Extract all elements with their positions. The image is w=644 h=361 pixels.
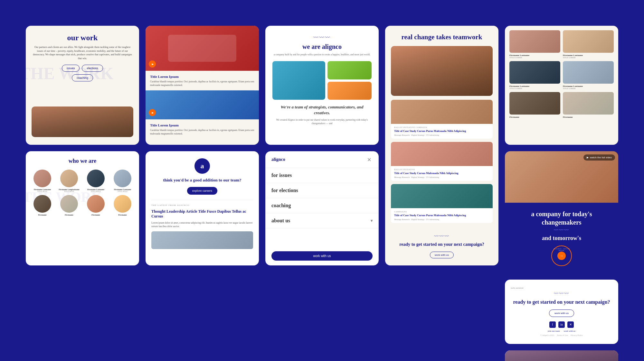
team-name-5: Firstname — [509, 116, 560, 118]
nav-items: for issues for elections coaching about … — [266, 168, 378, 247]
copyright-row: © AlignCo 2023 Terms of Use Privacy Poli… — [540, 334, 583, 336]
team-member-3: Firstname Lastname TITLE LOREM — [509, 61, 560, 89]
watch-video-button[interactable]: ▶ watch the full video — [583, 154, 615, 161]
privacy-link[interactable]: Privacy Policy — [571, 334, 583, 336]
who-photo-4 — [114, 170, 131, 187]
alignco-img-grid — [272, 61, 372, 100]
alignco-title: we are alignco — [302, 43, 342, 51]
nav-item-coaching[interactable]: coaching — [266, 198, 378, 213]
who-member-3: Firstname Lastname title role — [84, 170, 108, 192]
nav-item-about[interactable]: about us ▾ — [266, 213, 378, 228]
company-title: a company for today's changemakers — [511, 210, 612, 227]
case-meta-1: Message Research · Digital Strategy · TV… — [394, 134, 489, 136]
case-bottom-img — [505, 350, 618, 361]
who-photo-5 — [33, 195, 51, 213]
who-member-4: Firstname Lastname title role — [110, 170, 135, 192]
team-name-2: Firstname Lastname — [563, 54, 614, 57]
who-role-4: title role — [118, 190, 128, 192]
company-subtitle: and tomorrow's — [542, 235, 581, 242]
who-photo-3 — [87, 170, 105, 187]
alignco-logo: a — [194, 158, 210, 174]
facebook-icon[interactable]: f — [549, 321, 556, 328]
team-member-5: Firstname — [509, 92, 560, 118]
case-meta-2: Message Research · Digital Strategy · TV… — [394, 176, 489, 178]
case-tag-2: BALLOT INITIATIVE — [394, 169, 489, 171]
team-member-2: Firstname Lastname TITLE LOREM — [563, 30, 614, 59]
blog-bottom-img: ▶ — [146, 90, 259, 119]
explore-careers-button[interactable]: explore careers — [187, 187, 217, 195]
team-role-4: TITLE LOREM — [563, 88, 614, 89]
article-title: Thought Leadership Article Title Fusce D… — [151, 209, 253, 219]
work-with-us-nav-button[interactable]: work with us — [271, 251, 373, 261]
who-member-2: Firstname Longlastname title role — [57, 170, 81, 192]
card-team-members: Firstname Lastname TITLE LOREM Firstname… — [505, 26, 618, 145]
case-study-3: CAMPAIGNS Title of Case Study Cursus Pur… — [391, 184, 493, 223]
twitter-icon[interactable]: ✕ — [567, 321, 574, 328]
case-study-img-2 — [391, 142, 493, 166]
issues-button[interactable]: issues — [62, 65, 80, 72]
coaching-button[interactable]: coaching — [72, 74, 93, 81]
card-who-we-are: THE WORK who we are Firstname Lastname t… — [26, 151, 139, 265]
team-role-2: TITLE LOREM — [563, 57, 614, 59]
ready-banner: 〰〰〰 ready to get started on your next ca… — [391, 231, 493, 258]
blog-top-img: ▶ — [146, 26, 259, 71]
who-photo-1 — [33, 170, 51, 187]
work-link[interactable]: work with us — [564, 330, 575, 332]
blue-company-card: a company for today's changemakers 〰〰〰 a… — [505, 203, 618, 273]
play-button-1[interactable]: ▶ — [149, 60, 156, 68]
terms-link[interactable]: Terms of Use — [557, 334, 568, 336]
alignco-sm-img-2 — [327, 82, 372, 100]
card-company: ▶ watch the full video a company for tod… — [505, 151, 618, 273]
team-member-4: Firstname Lastname TITLE LOREM — [563, 61, 614, 89]
divider — [151, 200, 253, 200]
case-title-1: Title of Case Study Cursus Purus Malesua… — [394, 129, 489, 133]
play-button-2[interactable]: ▶ — [149, 109, 156, 116]
case-meta-3: Message Research · Digital Strategy · TV… — [394, 218, 489, 220]
who-title: who we are — [69, 158, 97, 164]
who-member-5: Firstname — [30, 195, 54, 216]
join-team-link[interactable]: join our team — [548, 330, 560, 332]
who-role-3: title role — [91, 190, 101, 192]
alignco-large-img — [272, 61, 325, 100]
nav-item-issues[interactable]: for issues — [266, 168, 378, 183]
alignco-heading: We're a team of strategists, communicato… — [272, 104, 372, 116]
who-role-2: title role — [64, 190, 74, 192]
blog-content-2: Title Lorem Ipsum Curabitur blandit temp… — [146, 119, 259, 139]
latest-label: THE LATEST FROM ALIGNCO — [151, 204, 189, 207]
case-study-2: BALLOT INITIATIVE Title of Case Study Cu… — [391, 142, 493, 181]
alignco-letter: a — [201, 162, 204, 170]
case-study-img-1 — [391, 100, 493, 124]
arrow-circle[interactable]: → — [557, 252, 566, 260]
badge-inner-text: ALIGNCO · GET TO KNOW — [552, 248, 571, 251]
nav-header: alignco ✕ — [266, 152, 378, 168]
tag-label: nulla auismod — [511, 287, 523, 289]
nav-item-elections[interactable]: for elections — [266, 183, 378, 198]
work-with-us-ready[interactable]: work with us — [430, 252, 454, 258]
team-photo-5 — [509, 92, 560, 115]
article-img — [151, 231, 253, 249]
who-member-6: Firstname — [57, 195, 81, 216]
nav-brand: alignco — [271, 157, 285, 162]
real-change-title: real change takes teamwork — [391, 33, 493, 42]
who-role-1: title role — [37, 190, 47, 192]
wave-ready: 〰〰〰 — [391, 234, 493, 239]
who-photo-2 — [60, 170, 78, 187]
case-study-1: BALLOT INITIATIVE CAMPAIGN Title of Case… — [391, 100, 493, 139]
card-our-work: THE WORK our work Our partners and clien… — [26, 26, 139, 145]
instagram-icon[interactable]: in — [558, 321, 565, 328]
work-with-us-campaign[interactable]: work with us — [549, 310, 574, 317]
blog-body-1: Curabitur blandit tempus porttitor. Orci… — [150, 80, 254, 87]
elections-button[interactable]: elections — [82, 65, 103, 72]
nav-close-button[interactable]: ✕ — [365, 156, 373, 163]
card-we-are-alignco: 〰〰〰 we are alignco a company built by an… — [265, 26, 379, 145]
case-tag-1: BALLOT INITIATIVE CAMPAIGN — [394, 126, 489, 128]
alignco-body: We created Alignco in order to put our s… — [272, 118, 372, 125]
card-real-change: real change takes teamwork BALLOT INITIA… — [385, 26, 498, 265]
team-role-3: TITLE LOREM — [509, 88, 560, 89]
who-name-8: Firstname — [118, 214, 127, 216]
case-title-3: Title of Case Study Cursus Purus Malesua… — [394, 214, 489, 217]
case-tag-3: CAMPAIGNS — [394, 211, 489, 213]
join-title: think you'd be a good addition to our te… — [163, 178, 241, 183]
team-photo-2 — [563, 30, 614, 53]
who-name-6: Firstname — [65, 214, 73, 216]
